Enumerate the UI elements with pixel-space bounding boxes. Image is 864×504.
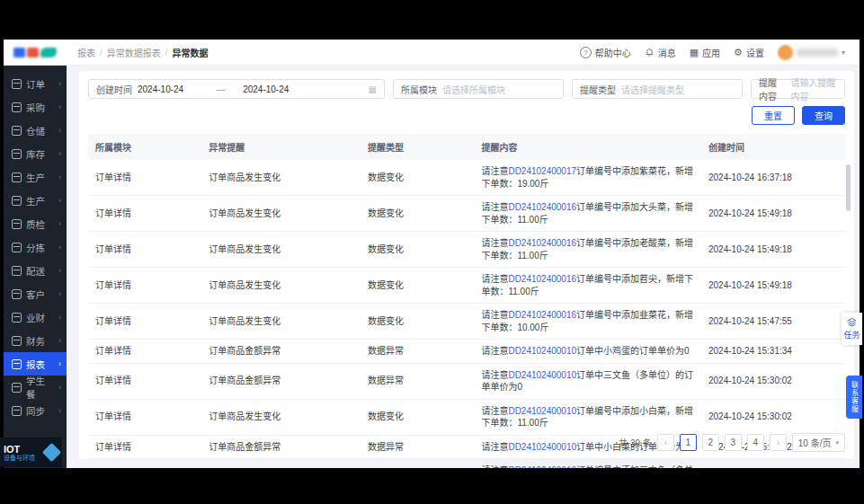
cell-module: 订单详情 <box>88 232 201 268</box>
page-number-button[interactable]: 1 <box>680 434 697 451</box>
cell-content: 请注意DD24102400016订单编号中添加苕尖，新增下单数：11.00斤 <box>474 268 701 304</box>
sidebar-item-仓储[interactable]: 仓储› <box>4 119 67 142</box>
iot-widget[interactable]: IOT 设备与环境 <box>0 438 62 467</box>
reset-button[interactable]: 重置 <box>752 106 795 125</box>
cell-module: 订单详情 <box>88 268 201 304</box>
table-scrollbar[interactable] <box>846 164 851 211</box>
order-id-link[interactable]: DD24102400010 <box>508 442 576 452</box>
cell-module: 订单详情 <box>88 399 201 435</box>
cell-module: 订单详情 <box>88 196 201 232</box>
cell-alert: 订单商品发生变化 <box>201 268 361 304</box>
page-number-button[interactable]: 2 <box>702 434 719 451</box>
order-id-link[interactable]: DD24102400017 <box>508 166 576 176</box>
sidebar-item-生产[interactable]: 生产› <box>4 189 67 212</box>
cell-alert: 订单商品发生变化 <box>201 399 361 435</box>
finance-icon <box>12 336 22 346</box>
next-page-button[interactable]: › <box>770 434 787 451</box>
order-id-link[interactable]: DD24102400016 <box>508 238 576 248</box>
sidebar-item-生产[interactable]: 生产› <box>4 165 67 189</box>
sidebar-item-label: 生产 <box>26 194 45 208</box>
date-start-value: 2024-10-24 <box>138 84 183 94</box>
sidebar-item-label: 客户 <box>26 287 45 301</box>
order-id-link[interactable]: DD24102400010 <box>508 346 576 356</box>
sidebar-item-学生餐[interactable]: 学生餐› <box>4 376 67 399</box>
task-float-button[interactable]: 任务 <box>842 313 862 345</box>
calendar-icon: ▦ <box>369 84 377 94</box>
cell-time: 2024-10-24 15:30:02 <box>701 363 845 399</box>
sidebar-item-报表[interactable]: 报表› <box>4 352 67 376</box>
sidebar-item-分拣[interactable]: 分拣› <box>4 235 67 259</box>
cell-type: 数据异常 <box>361 435 474 459</box>
sidebar-menu: 订单›采购›仓储›库存›生产›生产›质检›分拣›配送›客户›业财›财务›报表›学… <box>4 72 67 422</box>
order-id-link[interactable]: DD24102400010 <box>508 370 576 380</box>
sidebar-item-label: 报表 <box>26 358 45 371</box>
user-menu[interactable]: ▾ <box>778 45 845 60</box>
sidebar-item-订单[interactable]: 订单› <box>4 72 67 95</box>
sidebar-item-采购[interactable]: 采购› <box>4 95 67 119</box>
business-finance-icon <box>12 313 22 323</box>
order-id-link[interactable]: DD24102400016 <box>508 274 576 284</box>
column-header: 所属模块 <box>88 134 201 160</box>
date-separator: — <box>216 84 225 94</box>
layers-icon <box>847 317 857 327</box>
alert-content-label: 提醒内容 <box>759 75 785 102</box>
cell-type: 数据变化 <box>361 399 474 435</box>
alert-content-input[interactable]: 提醒内容 请输入提醒内容 <box>751 79 845 99</box>
alert-type-select[interactable]: 提醒类型 请选择提醒类型 <box>572 79 743 99</box>
sidebar-item-label: 配送 <box>26 264 45 278</box>
table-header-row: 所属模块异常提醒提醒类型提醒内容创建时间 <box>88 134 845 160</box>
messages-button[interactable]: 消息 <box>645 46 676 59</box>
table-row: 订单详情订单商品发生变化数据变化请注意DD24102400010订单编号中添加小… <box>88 399 845 435</box>
help-center-button[interactable]: ? 帮助中心 <box>580 46 631 59</box>
cell-alert: 订单商品发生变化 <box>201 160 361 196</box>
cell-time: 2024-10-24 15:31:34 <box>701 340 845 364</box>
order-id-link[interactable]: DD24102400010 <box>508 465 576 468</box>
search-button[interactable]: 查询 <box>802 106 845 125</box>
order-id-link[interactable]: DD24102400016 <box>508 202 576 212</box>
order-id-link[interactable]: DD24102400010 <box>508 406 576 416</box>
order-id-link[interactable]: DD24102400016 <box>508 310 576 320</box>
sidebar-item-配送[interactable]: 配送› <box>4 259 67 282</box>
anomaly-table: 所属模块异常提醒提醒类型提醒内容创建时间 订单详情订单商品发生变化数据变化请注意… <box>88 134 845 468</box>
contact-service-button[interactable]: 联系客服 <box>846 376 862 419</box>
bell-icon <box>645 48 655 57</box>
page-size-select[interactable]: 10 条/页 ▾ <box>792 433 845 452</box>
table-row: 订单详情订单商品金额异常数据异常请注意DD24102400010订单中三文鱼（多… <box>88 363 845 399</box>
content-card: 创建时间 2024-10-24 — 2024-10-24 ▦ 所属模块 请选择所… <box>79 71 854 459</box>
sidebar-item-财务[interactable]: 财务› <box>4 329 67 352</box>
page-number-button[interactable]: 3 <box>725 434 742 451</box>
breadcrumb-current: 异常数据 <box>173 46 209 59</box>
date-range-picker[interactable]: 创建时间 2024-10-24 — 2024-10-24 ▦ <box>88 79 385 99</box>
sidebar-item-质检[interactable]: 质检› <box>4 212 67 235</box>
module-select-placeholder: 请选择所属模块 <box>442 83 505 96</box>
apps-button[interactable]: ▦ 应用 <box>690 46 720 59</box>
cell-alert: 订单商品金额异常 <box>201 363 361 399</box>
sidebar-item-同步[interactable]: 同步› <box>4 399 67 422</box>
page-number-button[interactable]: 4 <box>747 434 764 451</box>
prev-page-button[interactable]: ‹ <box>657 434 674 451</box>
chevron-right-icon: › <box>58 149 61 158</box>
company-logo[interactable] <box>4 48 67 57</box>
module-select[interactable]: 所属模块 请选择所属模块 <box>393 79 564 99</box>
alert-content-placeholder: 请输入提醒内容 <box>790 75 837 102</box>
breadcrumb-item[interactable]: 报表 <box>77 46 95 59</box>
cell-time: 2024-10-24 16:37:18 <box>701 160 845 196</box>
table-row: 订单详情订单商品发生变化数据变化请注意DD24102400010订单编号中添加三… <box>88 459 845 469</box>
report-icon <box>12 359 22 369</box>
settings-button[interactable]: ⚙ 设置 <box>734 46 764 59</box>
question-circle-icon: ? <box>580 47 592 58</box>
sidebar-item-label: 业财 <box>26 311 45 324</box>
sidebar-item-label: 学生餐 <box>26 374 54 401</box>
cell-type: 数据异常 <box>361 363 474 399</box>
sidebar-item-业财[interactable]: 业财› <box>4 305 67 329</box>
table-row: 订单详情订单商品金额异常数据异常请注意DD24102400010订单中小鸡蛋的订… <box>88 340 845 364</box>
sidebar-item-库存[interactable]: 库存› <box>4 142 67 165</box>
breadcrumb-item[interactable]: 异常数据报表 <box>107 46 161 59</box>
chevron-right-icon: › <box>58 313 61 322</box>
chevron-right-icon: › <box>58 359 61 368</box>
chevron-right-icon: › <box>58 289 61 298</box>
sidebar-item-label: 采购 <box>26 101 45 114</box>
sidebar-item-客户[interactable]: 客户› <box>4 282 67 305</box>
production2-icon <box>12 196 22 206</box>
table-row: 订单详情订单商品发生变化数据变化请注意DD24102400016订单编号中添加老… <box>88 232 845 268</box>
